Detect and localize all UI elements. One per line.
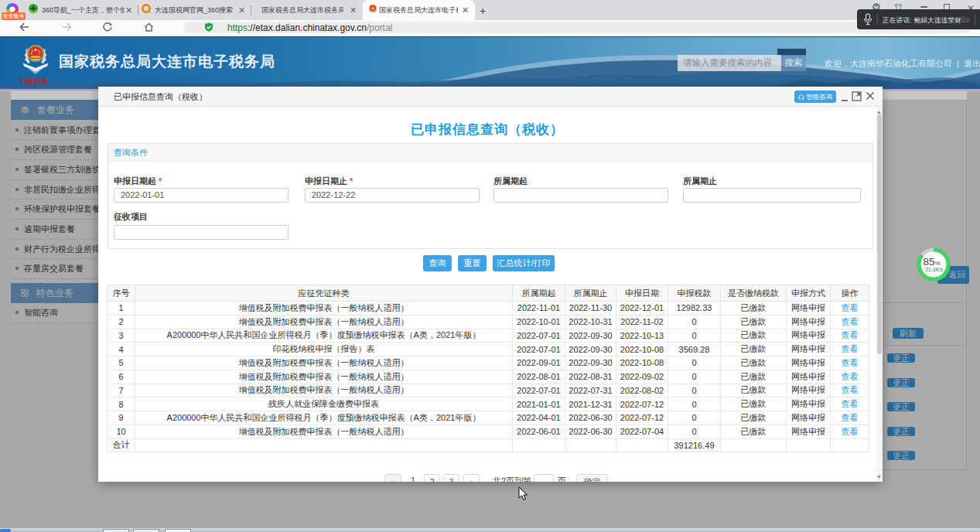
svg-text:↑21.3K/s: ↑21.3K/s bbox=[923, 267, 944, 272]
